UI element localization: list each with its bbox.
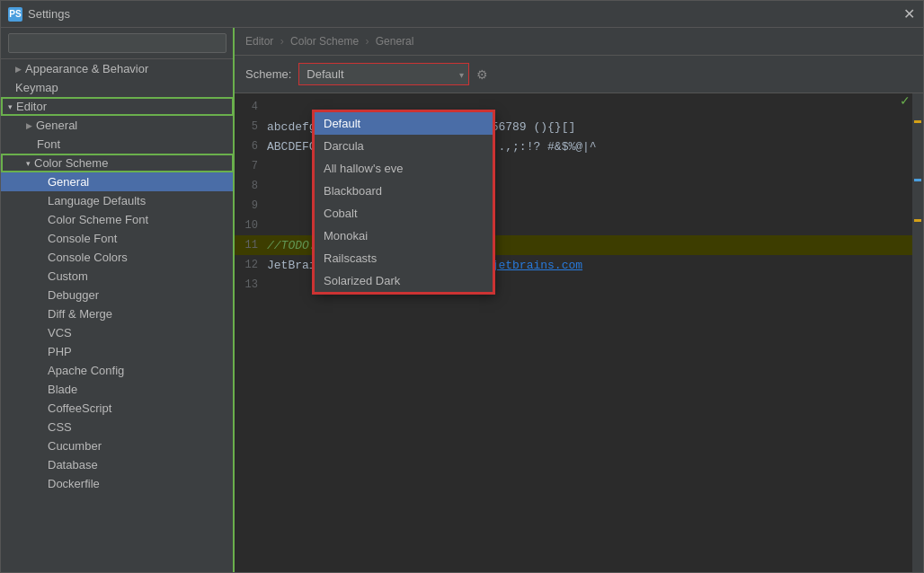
scheme-dropdown-popup: Default Darcula All hallow's eve Blackbo… — [314, 111, 493, 293]
tree-item-console-font[interactable]: Console Font — [1, 229, 234, 248]
settings-tree: ▶ Appearance & Behavior Keymap ▾ Editor … — [1, 59, 234, 572]
tree-item-apache-config[interactable]: Apache Config — [1, 361, 234, 380]
tree-item-cucumber[interactable]: Cucumber — [1, 436, 234, 455]
window-title: Settings — [28, 7, 902, 21]
tree-item-dockerfile[interactable]: Dockerfile — [1, 474, 234, 493]
scheme-dropdown-container: DefaultDarculaAll hallow's eveBlackboard… — [298, 63, 469, 85]
scroll-gutter — [912, 93, 923, 572]
dropdown-option-default[interactable]: Default — [315, 112, 493, 135]
tree-item-database[interactable]: Database — [1, 455, 234, 474]
gear-icon[interactable]: ⚙ — [476, 67, 488, 82]
tree-item-font[interactable]: Font — [1, 135, 234, 154]
dropdown-option-darcula[interactable]: Darcula — [315, 135, 493, 157]
breadcrumb: Editor › Color Scheme › General — [235, 28, 923, 56]
tree-item-general-sub[interactable]: General — [1, 172, 234, 191]
tree-item-vcs[interactable]: VCS — [1, 323, 234, 342]
tree-item-coffeescript[interactable]: CoffeeScript — [1, 399, 234, 418]
tree-item-color-scheme-font[interactable]: Color Scheme Font — [1, 210, 234, 229]
expand-icon: ▾ — [26, 159, 31, 168]
tree-item-php[interactable]: PHP — [1, 342, 234, 361]
expand-icon: ▶ — [15, 65, 22, 74]
tree-item-appearance-behavior[interactable]: ▶ Appearance & Behavior — [1, 59, 234, 78]
tree-item-editor[interactable]: ▾ Editor — [1, 97, 234, 116]
dropdown-option-blackboard[interactable]: Blackboard — [315, 180, 493, 202]
tree-item-blade[interactable]: Blade — [1, 380, 234, 399]
app-icon: PS — [8, 7, 22, 22]
dropdown-option-all-hallows-eve[interactable]: All hallow's eve — [315, 157, 493, 180]
dropdown-option-railscasts[interactable]: Railscasts — [315, 247, 493, 269]
tree-item-diff-merge[interactable]: Diff & Merge — [1, 304, 234, 323]
scheme-row: Scheme: DefaultDarculaAll hallow's eveBl… — [235, 56, 923, 93]
settings-window: PS Settings ✕ ▶ Appearance & Behavior Ke… — [0, 0, 924, 573]
expand-icon: ▾ — [8, 102, 13, 111]
tree-item-debugger[interactable]: Debugger — [1, 286, 234, 304]
search-box — [1, 28, 234, 59]
dropdown-option-monokai[interactable]: Monokai — [315, 225, 493, 247]
gutter-mark-blue-1 — [914, 179, 921, 181]
search-input[interactable] — [8, 33, 227, 53]
tree-item-console-colors[interactable]: Console Colors — [1, 248, 234, 267]
left-panel: ▶ Appearance & Behavior Keymap ▾ Editor … — [1, 28, 235, 572]
checkmark-icon: ✓ — [900, 93, 911, 108]
dropdown-option-cobalt[interactable]: Cobalt — [315, 202, 493, 225]
tree-item-general[interactable]: ▶ General — [1, 116, 234, 135]
tree-item-custom[interactable]: Custom — [1, 267, 234, 286]
scheme-select[interactable]: DefaultDarculaAll hallow's eveBlackboard… — [298, 63, 469, 85]
gutter-mark-orange-2 — [914, 219, 921, 222]
gutter-mark-orange-1 — [914, 120, 921, 123]
tree-item-css[interactable]: CSS — [1, 418, 234, 436]
tree-item-keymap[interactable]: Keymap — [1, 78, 234, 97]
dropdown-option-solarized-dark[interactable]: Solarized Dark — [315, 269, 493, 292]
scheme-label: Scheme: — [245, 67, 291, 81]
expand-icon: ▶ — [26, 121, 32, 130]
close-button[interactable]: ✕ — [902, 7, 916, 22]
main-content: ▶ Appearance & Behavior Keymap ▾ Editor … — [1, 28, 923, 572]
tree-item-language-defaults[interactable]: Language Defaults — [1, 191, 234, 210]
right-panel: Editor › Color Scheme › General Scheme: … — [235, 28, 923, 572]
title-bar: PS Settings ✕ — [1, 1, 923, 28]
tree-item-color-scheme[interactable]: ▾ Color Scheme — [1, 154, 234, 172]
